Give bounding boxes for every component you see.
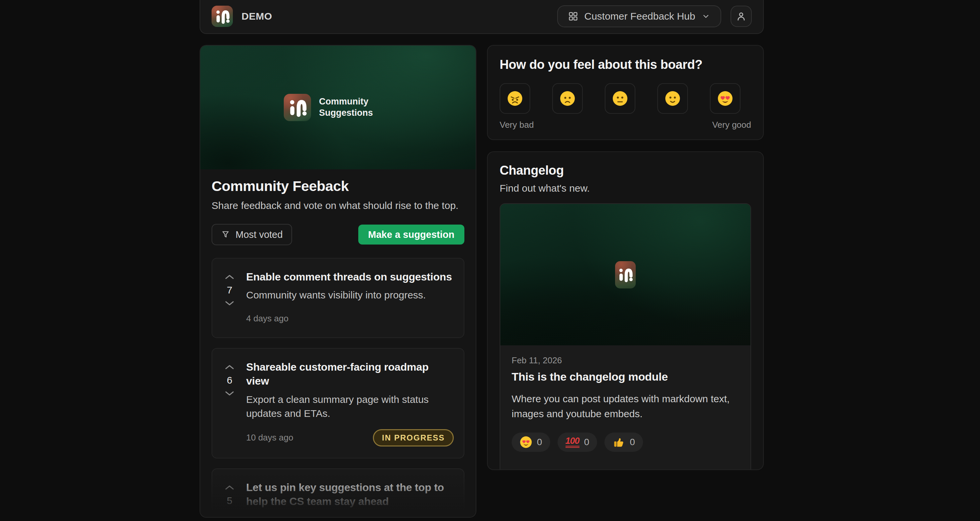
changelog-card: Changelog Find out what's new. Feb 11, 2… [487, 151, 764, 470]
suggestion-meta: 4 days ago [246, 311, 454, 326]
changelog-entry: Feb 11, 2026 This is the changelog modul… [500, 203, 751, 469]
make-suggestion-button[interactable]: Make a suggestion [358, 225, 465, 245]
angry-face-icon [507, 91, 523, 107]
suggestion-title: Enable comment threads on suggestions [246, 270, 454, 284]
suggestion-title: Let us pin key suggestions at the top to… [246, 480, 454, 508]
vote-column: 5 [222, 480, 237, 518]
sentiment-card: How do you feel about this board? [487, 45, 764, 140]
heart-eyes-emoji-icon [520, 436, 532, 448]
avatar-button[interactable] [730, 6, 752, 27]
suggestion-meta: 10 days ago IN PROGRESS [246, 429, 454, 446]
filter-icon [221, 230, 230, 239]
chevron-down-icon [701, 12, 711, 21]
board-toolbar: Most voted Make a suggestion [212, 224, 465, 245]
smile-face-icon [665, 91, 681, 107]
vote-down-button[interactable] [223, 298, 236, 308]
reaction-count: 0 [630, 437, 635, 448]
board-banner-logo-icon [284, 94, 311, 121]
reaction-count: 0 [584, 437, 589, 448]
reaction-count: 0 [537, 437, 542, 448]
brand-logo-icon [212, 6, 233, 27]
reaction-pill-heart-eyes[interactable]: 0 [512, 432, 550, 452]
board-title: Community Feeback [212, 178, 465, 194]
status-badge: IN PROGRESS [373, 429, 454, 446]
changelog-subtitle: Find out what's new. [500, 183, 751, 194]
feedback-board-card: Community Suggestions Community Feeback … [200, 45, 476, 518]
sort-label: Most voted [235, 229, 283, 240]
board-subtitle: Share feedback and vote on what should r… [212, 200, 465, 211]
changelog-title: Changelog [500, 163, 751, 178]
sentiment-option-neutral[interactable] [605, 83, 635, 114]
suggestion-description: Export a clean summary page with status … [246, 393, 454, 421]
brand-name: DEMO [242, 11, 272, 22]
sentiment-title: How do you feel about this board? [500, 57, 751, 72]
sentiment-scale: Very bad Very good [500, 120, 751, 130]
vote-column: 7 [222, 270, 237, 326]
board-body: Community Feeback Share feedback and vot… [200, 169, 476, 518]
suggestion-time: 10 days ago [246, 432, 293, 443]
changelog-entry-body: Feb 11, 2026 This is the changelog modul… [500, 345, 751, 452]
vote-count: 6 [227, 374, 232, 386]
changelog-banner-logo-icon [615, 261, 636, 288]
suggestion-content: Shareable customer-facing roadmap view E… [246, 360, 454, 446]
sentiment-option-heart-eyes[interactable] [710, 83, 740, 114]
scale-label-high: Very good [712, 120, 751, 130]
suggestion-card[interactable]: 7 Enable comment threads on suggestions … [212, 258, 465, 338]
board-banner: Community Suggestions [200, 46, 476, 169]
vote-count: 7 [227, 284, 232, 296]
changelog-entry-date: Feb 11, 2026 [512, 355, 739, 366]
heart-eyes-face-icon [717, 91, 733, 107]
reaction-pill-hundred[interactable]: 100 0 [558, 432, 597, 452]
board-switcher-button[interactable]: Customer Feedback Hub [557, 5, 722, 27]
vote-column: 6 [222, 360, 237, 446]
scale-label-low: Very bad [500, 120, 534, 130]
sentiment-option-angry[interactable] [500, 83, 530, 114]
suggestion-description: Community wants visibility into progress… [246, 288, 454, 302]
board-banner-title: Community Suggestions [319, 96, 392, 119]
suggestion-list: 7 Enable comment threads on suggestions … [212, 258, 465, 518]
neutral-face-icon [612, 91, 628, 107]
vote-up-button[interactable] [223, 363, 236, 372]
changelog-entry-text: Where you can post updates with markdown… [512, 391, 738, 421]
suggestion-card[interactable]: 5 Let us pin key suggestions at the top … [212, 468, 465, 518]
hundred-emoji-icon: 100 [565, 437, 579, 448]
suggestion-time: 4 days ago [246, 313, 288, 324]
vote-count: 5 [227, 495, 232, 507]
sentiment-options [500, 83, 751, 114]
changelog-entry-banner [500, 204, 751, 345]
suggestion-content: Let us pin key suggestions at the top to… [246, 480, 454, 518]
reactions-row: 0 100 0 0 [512, 432, 739, 452]
frown-face-icon [560, 91, 576, 107]
suggestion-card[interactable]: 6 Shareable customer-facing roadmap view… [212, 348, 465, 458]
suggestion-title: Shareable customer-facing roadmap view [246, 360, 454, 388]
user-icon [735, 11, 747, 22]
header-actions: Customer Feedback Hub [557, 5, 752, 27]
page: DEMO Customer Feedback Hub [0, 0, 980, 521]
header: DEMO Customer Feedback Hub [200, 0, 764, 34]
sentiment-option-smile[interactable] [657, 83, 688, 114]
grid-icon [568, 11, 579, 22]
vote-up-button[interactable] [223, 272, 236, 282]
brand: DEMO [212, 6, 272, 27]
vote-down-button[interactable] [223, 509, 236, 518]
thumbs-up-emoji-icon [612, 436, 625, 448]
sentiment-option-frown[interactable] [552, 83, 583, 114]
vote-up-button[interactable] [223, 483, 236, 492]
reaction-pill-thumbs-up[interactable]: 0 [605, 432, 643, 452]
changelog-entry-title: This is the changelog module [512, 370, 739, 383]
suggestion-content: Enable comment threads on suggestions Co… [246, 270, 454, 326]
suggestion-description: Community wants visibility into progress… [246, 513, 454, 518]
board-switcher-label: Customer Feedback Hub [584, 11, 695, 22]
sort-button[interactable]: Most voted [212, 224, 292, 245]
vote-down-button[interactable] [223, 389, 236, 398]
